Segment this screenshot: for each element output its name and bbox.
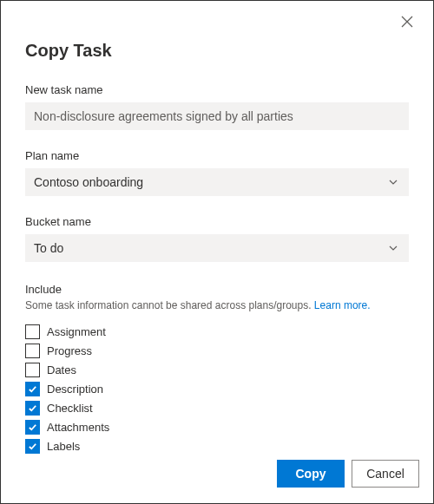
include-checkbox-list: AssignmentProgressDatesDescriptionCheckl… <box>25 322 409 455</box>
checkbox-label: Checklist <box>47 402 93 415</box>
task-name-field: New task name <box>25 83 409 130</box>
checkbox-checked-icon <box>25 439 40 454</box>
learn-more-link[interactable]: Learn more. <box>314 299 371 311</box>
checkbox-progress[interactable]: Progress <box>25 341 409 360</box>
checkbox-label: Dates <box>47 363 76 376</box>
task-name-input[interactable] <box>25 102 409 130</box>
checkbox-label: Attachments <box>47 421 109 434</box>
include-note: Some task information cannot be shared a… <box>25 299 409 311</box>
dialog-title: Copy Task <box>25 41 409 61</box>
checkbox-description[interactable]: Description <box>25 379 409 398</box>
plan-name-label: Plan name <box>25 149 409 162</box>
include-label: Include <box>25 283 409 296</box>
chevron-down-icon <box>388 177 398 187</box>
checkbox-label: Assignment <box>47 325 106 338</box>
checkbox-checked-icon <box>25 401 40 416</box>
plan-name-select[interactable]: Contoso onboarding <box>25 168 409 196</box>
checkbox-dates[interactable]: Dates <box>25 360 409 379</box>
checkbox-unchecked-icon <box>25 324 40 339</box>
copy-task-dialog: Copy Task New task name Plan name Contos… <box>0 0 434 504</box>
checkbox-label: Labels <box>47 440 80 453</box>
checkbox-label: Description <box>47 383 103 396</box>
checkbox-assignment[interactable]: Assignment <box>25 322 409 341</box>
checkbox-attachments[interactable]: Attachments <box>25 417 409 436</box>
checkbox-label: Progress <box>47 344 92 357</box>
checkbox-checked-icon <box>25 420 40 435</box>
task-name-label: New task name <box>25 83 409 96</box>
plan-name-field: Plan name Contoso onboarding <box>25 149 409 196</box>
close-button[interactable] <box>398 15 416 32</box>
chevron-down-icon <box>388 243 398 253</box>
cancel-button[interactable]: Cancel <box>352 460 419 488</box>
bucket-name-select[interactable]: To do <box>25 234 409 262</box>
checkbox-unchecked-icon <box>25 344 40 358</box>
checkbox-checked-icon <box>25 382 40 396</box>
checkbox-unchecked-icon <box>25 363 40 377</box>
bucket-name-field: Bucket name To do <box>25 215 409 262</box>
dialog-footer: Copy Cancel <box>277 460 419 488</box>
checkbox-checklist[interactable]: Checklist <box>25 398 409 417</box>
bucket-name-value: To do <box>34 241 63 255</box>
copy-button[interactable]: Copy <box>277 460 345 488</box>
include-note-text: Some task information cannot be shared a… <box>25 299 314 311</box>
bucket-name-label: Bucket name <box>25 215 409 228</box>
checkbox-labels[interactable]: Labels <box>25 436 409 455</box>
close-icon <box>401 16 413 31</box>
plan-name-value: Contoso onboarding <box>34 175 143 189</box>
